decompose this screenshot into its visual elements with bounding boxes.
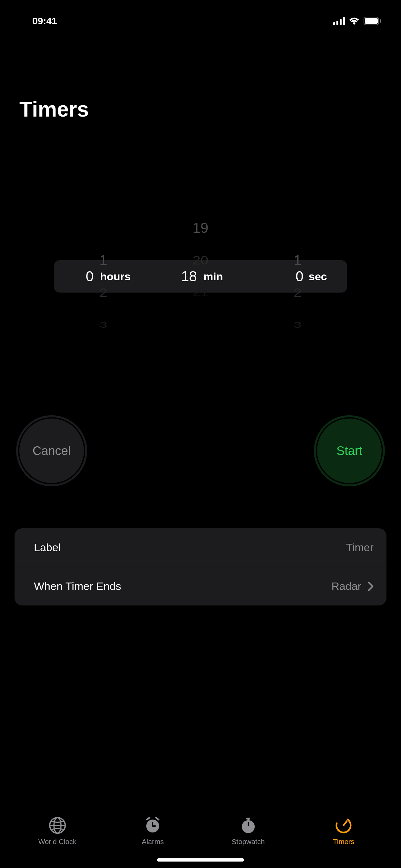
tab-timers[interactable]: Timers (296, 816, 392, 848)
picker-sec-value: 0 (284, 268, 304, 284)
picker-option: 3 (249, 315, 346, 335)
home-indicator[interactable] (157, 858, 244, 862)
picker-min-value: 18 (171, 268, 197, 284)
tab-label: Alarms (142, 838, 164, 846)
svg-rect-6 (380, 20, 381, 23)
tab-label: Timers (333, 838, 354, 846)
when-ends-value: Radar (331, 580, 361, 593)
alarm-icon (144, 816, 162, 834)
label-row[interactable]: Label Timer (14, 528, 387, 567)
time-picker[interactable]: 0 hours 18 min 0 sec 1 2 3 14 15 16 17 1… (0, 170, 401, 383)
picker-option: 19 (152, 212, 249, 244)
picker-option: 2 (55, 279, 152, 306)
tab-stopwatch[interactable]: Stopwatch (201, 816, 296, 848)
svg-rect-0 (333, 22, 335, 25)
svg-rect-16 (248, 822, 249, 826)
stopwatch-icon (239, 816, 257, 834)
cellular-icon (333, 17, 345, 25)
tab-alarms[interactable]: Alarms (105, 816, 201, 848)
start-button-label: Start (336, 444, 362, 458)
cancel-button-label: Cancel (33, 444, 71, 458)
svg-rect-3 (343, 17, 345, 25)
picker-hours-unit: hours (100, 270, 130, 283)
chevron-right-icon (368, 582, 374, 591)
when-timer-ends-row[interactable]: When Timer Ends Radar (14, 567, 387, 606)
svg-rect-5 (365, 18, 378, 24)
tab-label: Stopwatch (232, 838, 265, 846)
start-button[interactable]: Start (314, 415, 385, 486)
settings-card: Label Timer When Timer Ends Radar (14, 528, 387, 606)
picker-option: 20 (152, 247, 249, 274)
battery-icon (364, 17, 382, 25)
svg-rect-15 (248, 819, 249, 821)
picker-option: 21 (152, 283, 249, 302)
svg-line-18 (343, 821, 347, 826)
picker-hours-value: 0 (74, 268, 94, 284)
wifi-icon (349, 17, 360, 25)
picker-min-column[interactable]: 14 15 16 17 19 20 21 (152, 170, 249, 383)
globe-icon (49, 816, 66, 834)
picker-min-unit: min (204, 270, 223, 283)
tab-label: World Clock (38, 838, 76, 846)
tab-world-clock[interactable]: World Clock (10, 816, 105, 848)
svg-rect-2 (340, 19, 342, 25)
picker-option: 17 (152, 170, 249, 180)
page-title: Timers (0, 32, 401, 121)
label-value: Timer (346, 541, 374, 554)
status-bar: 09:41 (0, 0, 401, 32)
cancel-button[interactable]: Cancel (16, 415, 87, 486)
label-title: Label (34, 541, 61, 554)
when-ends-title: When Timer Ends (34, 580, 121, 593)
svg-rect-12 (152, 826, 156, 827)
svg-rect-1 (336, 21, 338, 25)
status-time: 09:41 (32, 16, 57, 27)
picker-sec-unit: sec (309, 270, 327, 283)
picker-option: 3 (55, 315, 152, 335)
timer-icon (335, 816, 352, 834)
status-icons (333, 17, 382, 25)
buttons-row: Cancel Start (0, 383, 401, 486)
